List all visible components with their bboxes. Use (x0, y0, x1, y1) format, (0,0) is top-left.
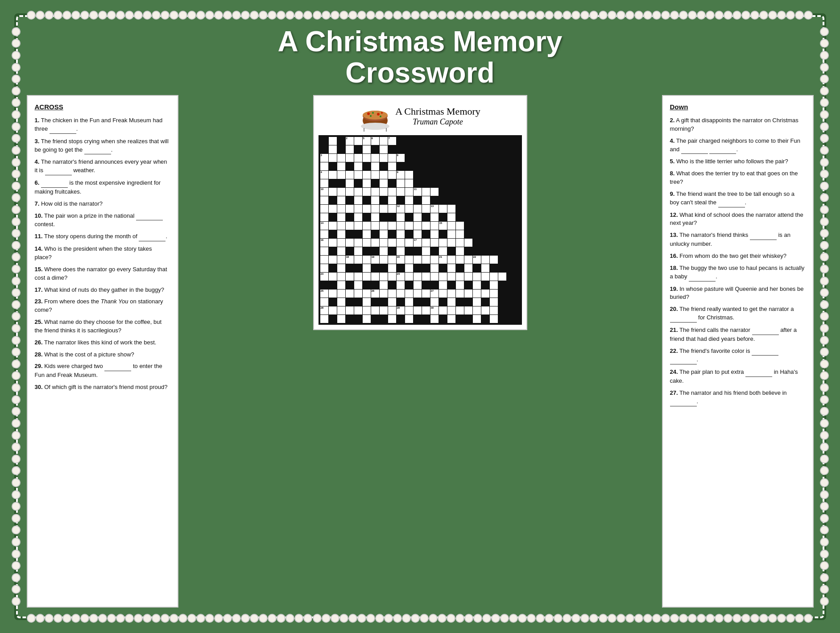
grid-cell: 27 (430, 290, 439, 298)
across-panel: ACROSS 1. The chicken in the Fun and Fre… (27, 95, 178, 607)
grid-cell: 28 (320, 306, 328, 314)
grid-cell (498, 239, 506, 247)
grid-cell (414, 273, 422, 281)
grid-cell (481, 171, 489, 179)
grid-cell (380, 264, 388, 272)
clue-across-7: 7. How old is the narrator? (35, 200, 170, 208)
grid-cell (320, 256, 328, 264)
crossword-grid-container: 2567384910111213141516171819202122232425… (319, 135, 522, 325)
grid-cell (380, 137, 388, 145)
grid-cell (380, 290, 388, 298)
grid-cell (363, 213, 371, 221)
grid-cell (320, 162, 328, 170)
grid-cell (473, 239, 481, 247)
clue-across-23: 23. From where does the Thank You on sta… (35, 298, 170, 314)
grid-cell (346, 162, 354, 170)
grid-cell (456, 213, 464, 221)
grid-cell (405, 298, 413, 306)
grid-cell (363, 196, 371, 204)
grid-cell (439, 171, 447, 179)
grid-cell (405, 162, 413, 170)
grid-cell (414, 213, 422, 221)
grid-cell (447, 315, 455, 323)
grid-cell (498, 230, 506, 238)
grid-cell (456, 188, 464, 196)
grid-cell (481, 256, 489, 264)
grid-cell (354, 222, 362, 230)
grid-cell (456, 315, 464, 323)
grid-cell (498, 205, 506, 213)
grid-cell (481, 145, 489, 153)
grid-cell (329, 179, 337, 187)
grid-cell (397, 239, 405, 247)
grid-cell: 11 (414, 188, 422, 196)
clue-across-1: 1. The chicken in the Fun and Freak Muse… (35, 116, 170, 134)
grid-cell (456, 306, 464, 314)
grid-cell (439, 306, 447, 314)
grid-cell (329, 281, 337, 289)
grid-cell (498, 196, 506, 204)
grid-cell (481, 247, 489, 255)
grid-cell (354, 281, 362, 289)
grid-cell (380, 222, 388, 230)
grid-cell (490, 222, 498, 230)
clue-across-4: 4. The narrator's friend announces every… (35, 158, 170, 175)
grid-cell (405, 247, 413, 255)
grid-cell (363, 162, 371, 170)
grid-cell (473, 306, 481, 314)
grid-cell (337, 222, 345, 230)
grid-cell (430, 162, 439, 170)
grid-cell (498, 213, 506, 221)
grid-cell (388, 222, 396, 230)
grid-cell (447, 298, 455, 306)
grid-cell (498, 290, 506, 298)
crossword-grid: 2567384910111213141516171819202122232425… (320, 137, 520, 323)
grid-cell (473, 162, 481, 170)
grid-cell (405, 256, 413, 264)
clue-down-19: 19. In whose pasture will Queenie and he… (670, 285, 806, 302)
grid-cell (380, 239, 388, 247)
grid-cell (371, 205, 379, 213)
grid-cell (397, 247, 405, 255)
grid-cell (363, 145, 371, 153)
grid-cell (447, 256, 455, 264)
grid-cell (405, 188, 413, 196)
grid-cell (380, 273, 388, 281)
grid-cell (380, 315, 388, 323)
grid-cell (329, 230, 337, 238)
grid-cell (380, 179, 388, 187)
grid-cell (422, 306, 430, 314)
grid-cell (337, 281, 345, 289)
grid-cell (456, 145, 464, 153)
grid-cell (337, 213, 345, 221)
grid-cell (346, 222, 354, 230)
grid-cell (473, 179, 481, 187)
grid-cell (346, 154, 354, 162)
grid-cell (498, 264, 506, 272)
grid-cell (481, 239, 489, 247)
grid-cell (447, 162, 455, 170)
grid-cell (447, 222, 455, 230)
clue-across-30: 30. Of which gift is the narrator's frie… (35, 383, 170, 392)
grid-cell (380, 213, 388, 221)
grid-cell (498, 171, 506, 179)
card-author: Truman Capote (395, 117, 480, 127)
grid-cell (447, 137, 455, 145)
clue-down-18: 18. The buggy the two use to haul pecans… (670, 264, 806, 281)
grid-cell (320, 213, 328, 221)
grid-cell (498, 188, 506, 196)
grid-cell (473, 137, 481, 145)
grid-cell (405, 154, 413, 162)
grid-cell (397, 196, 405, 204)
grid-cell (337, 290, 345, 298)
grid-cell (388, 281, 396, 289)
grid-cell (447, 205, 455, 213)
grid-cell (439, 205, 447, 213)
scallop-bottom (27, 614, 814, 623)
clue-down-21: 21. The friend calls the narrator after … (670, 326, 806, 343)
grid-cell (346, 239, 354, 247)
grid-cell (439, 213, 447, 221)
grid-cell (346, 281, 354, 289)
grid-cell (337, 188, 345, 196)
grid-cell (405, 315, 413, 323)
